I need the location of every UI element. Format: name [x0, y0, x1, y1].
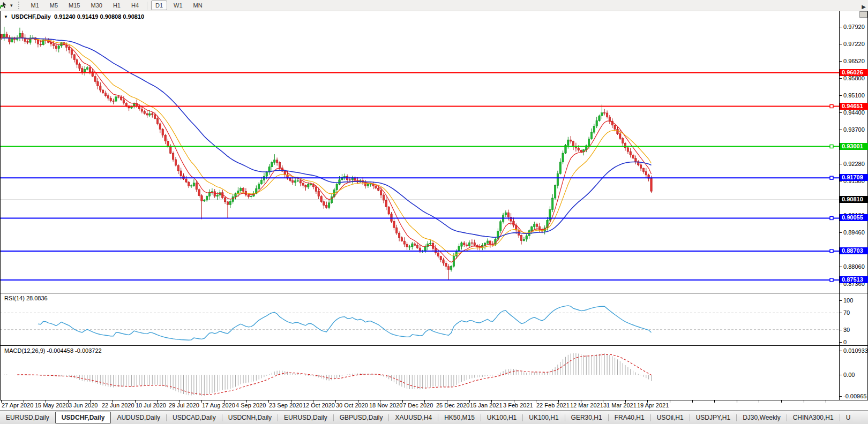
date-tick — [804, 400, 804, 403]
chart-tab-usoil-h1[interactable]: USOil,H1 — [651, 412, 690, 423]
chart-tab-eurusd-daily[interactable]: EURUSD,Daily — [278, 412, 333, 423]
chart-tab-bar: EURUSD,DailyUSDCHF,DailyAUDUSD,DailyUSDC… — [0, 410, 868, 424]
panel-separator-macd[interactable] — [0, 345, 868, 346]
title-symbol: USDCHF,Daily — [11, 13, 51, 20]
level-price-badge[interactable]: 0.87513 — [840, 276, 868, 283]
date-label: 7 Dec 2020 — [403, 402, 433, 408]
date-tick — [737, 400, 737, 403]
timeframe-button-m30[interactable]: M30 — [87, 1, 107, 10]
date-label: 4 Sep 2020 — [236, 402, 266, 408]
chart-corner-button[interactable] — [859, 11, 867, 18]
current-price-badge: 0.90810 — [840, 196, 868, 203]
chart-tab-u[interactable]: U — [840, 412, 857, 423]
macd-panel[interactable] — [0, 346, 839, 400]
chart-tab-hk50-m15[interactable]: HK50,M15 — [438, 412, 481, 423]
level-price-badge[interactable]: 0.91709 — [840, 174, 868, 181]
date-tick — [826, 400, 826, 403]
date-tick — [759, 400, 759, 403]
level-handle[interactable] — [830, 145, 833, 148]
price-tick-label: 0.97920 — [843, 24, 865, 30]
date-axis-separator — [0, 400, 868, 400]
macd-label: MACD(12,26,9) -0.004458 -0.003722 — [4, 347, 102, 354]
timeframe-button-m5[interactable]: M5 — [46, 1, 62, 10]
price-tick-label: 0.95100 — [843, 92, 865, 99]
level-price-badge[interactable]: 0.90055 — [840, 214, 868, 221]
chart-tab-audusd-daily[interactable]: AUDUSD,Daily — [111, 412, 166, 423]
chart-tab-ger30-h1[interactable]: GER30,H1 — [565, 412, 608, 423]
toolbar-dropdown-icon[interactable]: ▾ — [10, 3, 13, 8]
chart-cursor-icon[interactable] — [0, 1, 9, 10]
macd-signal-line — [17, 354, 651, 395]
level-handle[interactable] — [830, 249, 833, 253]
chart-tab-usdcnh-daily[interactable]: USDCNH,Daily — [222, 412, 278, 423]
price-tick-label: 0.89460 — [843, 229, 865, 236]
date-label: 15 May 2020 — [35, 402, 69, 408]
date-label: 10 Jul 2020 — [136, 402, 166, 408]
toolbar-separator — [147, 2, 147, 10]
date-label: 18 Nov 2020 — [369, 402, 402, 408]
date-label: 12 Oct 2020 — [303, 402, 335, 408]
timeframe-button-mn[interactable]: MN — [189, 1, 207, 10]
rsi-label: RSI(14) 28.0836 — [4, 295, 48, 301]
price-tick-label: 0.92280 — [843, 161, 865, 167]
level-price-badge[interactable]: 0.93001 — [840, 143, 868, 150]
timeframe-button-h4[interactable]: H4 — [127, 1, 143, 10]
level-price-badge[interactable]: 0.88703 — [840, 247, 868, 254]
chart-tab-usdcad-daily[interactable]: USDCAD,Daily — [167, 412, 222, 423]
macd-histogram — [2, 353, 652, 396]
level-handle[interactable] — [830, 278, 833, 282]
main-price-chart[interactable] — [0, 11, 839, 293]
macd-tick-label: 0.010933 — [843, 347, 868, 354]
chart-tab-eurusd-daily[interactable]: EURUSD,Daily — [0, 412, 55, 423]
timeframe-button-w1[interactable]: W1 — [169, 1, 187, 10]
timeframe-button-d1[interactable]: D1 — [151, 1, 167, 10]
chart-title: ▼ USDCHF,Daily 0.91240 0.91419 0.90808 0… — [4, 13, 144, 20]
macd-tick-label: 0.00 — [843, 372, 855, 378]
toolbar-grip[interactable] — [18, 2, 21, 9]
level-price-badge[interactable]: 0.96026 — [840, 69, 868, 76]
date-label: 15 Jan 2021 — [470, 402, 503, 408]
timeframe-button-m1[interactable]: M1 — [27, 1, 43, 10]
timeframe-button-h1[interactable]: H1 — [109, 1, 125, 10]
date-label: 3 Feb 2021 — [503, 402, 533, 408]
price-tick-label: 0.95800 — [843, 75, 865, 81]
macd-tick-label: -0.00965 — [843, 393, 866, 399]
chart-tab-gbpusd-daily[interactable]: GBPUSD,Daily — [334, 412, 389, 423]
date-label: 3 Jun 2020 — [69, 402, 98, 408]
chart-tab-dj30-weekly[interactable]: DJ30,Weekly — [737, 412, 786, 423]
date-label: 27 Apr 2020 — [2, 402, 33, 408]
chart-tab-uk100-h1[interactable]: UK100,H1 — [481, 412, 522, 423]
date-label: 22 Feb 2021 — [536, 402, 570, 408]
timeframe-button-m15[interactable]: M15 — [64, 1, 84, 10]
date-tick — [670, 400, 670, 403]
chart-tab-fra40-h1[interactable]: FRA40,H1 — [609, 412, 650, 423]
rsi-tick-label: 30 — [843, 327, 850, 333]
date-label: 17 Aug 2020 — [202, 402, 235, 408]
level-price-badge[interactable]: 0.94651 — [840, 103, 868, 110]
title-quotes: 0.91240 0.91419 0.90808 0.90810 — [54, 13, 144, 20]
chart-tab-usdchf-daily[interactable]: USDCHF,Daily — [55, 412, 111, 423]
chart-tab-china300-h1[interactable]: CHINA300,H1 — [787, 412, 840, 423]
chart-tab-usdjpy-h1[interactable]: USDJPY,H1 — [690, 412, 736, 423]
level-handle[interactable] — [830, 105, 833, 108]
rsi-panel[interactable] — [0, 293, 839, 345]
chart-tab-uk100-h1[interactable]: UK100,H1 — [523, 412, 564, 423]
date-label: 23 Sep 2020 — [269, 402, 302, 408]
date-tick — [781, 400, 782, 403]
date-label: 19 Apr 2021 — [637, 402, 669, 408]
date-label: 12 Mar 2021 — [570, 402, 603, 408]
panel-separator-rsi[interactable] — [0, 293, 868, 293]
date-tick — [714, 400, 715, 403]
candles-layer — [1, 27, 652, 280]
rsi-line — [38, 306, 652, 340]
chart-tab-xauusd-h4[interactable]: XAUUSD,H4 — [389, 412, 438, 423]
rsi-tick-label: 70 — [843, 309, 850, 316]
price-tick-label: 0.93700 — [843, 126, 865, 133]
tab-scroll-right-icon[interactable]: ▶ — [862, 4, 866, 10]
top-toolbar: ▾ M1M5M15M30H1H4D1W1MN — [0, 0, 868, 11]
timeframe-buttons: M1M5M15M30H1H4D1W1MN — [26, 1, 208, 10]
level-handle[interactable] — [830, 216, 833, 219]
title-dropdown-icon[interactable]: ▼ — [4, 14, 8, 19]
level-handle[interactable] — [830, 176, 833, 179]
date-label: 30 Oct 2020 — [336, 402, 368, 408]
